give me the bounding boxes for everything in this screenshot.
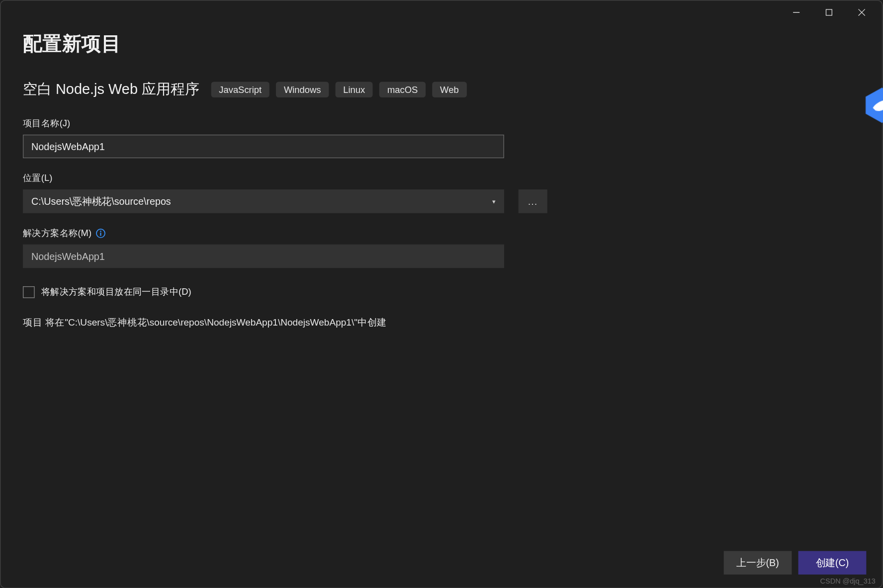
tag-windows: Windows <box>276 82 329 97</box>
location-dropdown[interactable]: C:\Users\恶神桃花\source\repos ▾ <box>23 189 504 213</box>
template-name: 空白 Node.js Web 应用程序 <box>23 80 199 99</box>
svg-point-5 <box>100 231 101 232</box>
project-name-input[interactable] <box>23 135 504 158</box>
tag-list: JavaScript Windows Linux macOS Web <box>211 82 466 97</box>
minimize-button[interactable] <box>781 2 811 22</box>
titlebar <box>0 0 882 24</box>
solution-name-label-row: 解决方案名称(M) <box>23 228 860 240</box>
browse-button[interactable]: ... <box>519 189 547 213</box>
tag-web: Web <box>432 82 466 97</box>
project-name-label: 项目名称(J) <box>23 118 860 130</box>
location-value: C:\Users\恶神桃花\source\repos <box>31 195 171 208</box>
tag-macos: macOS <box>379 82 426 97</box>
create-button[interactable]: 创建(C) <box>798 551 867 575</box>
creation-summary: 项目 将在"C:\Users\恶神桃花\source\repos\NodejsW… <box>23 316 860 329</box>
solution-name-group: 解决方案名称(M) NodejsWebApp1 <box>23 228 860 268</box>
close-button[interactable] <box>847 2 877 22</box>
project-name-group: 项目名称(J) <box>23 118 860 159</box>
maximize-button[interactable] <box>814 2 844 22</box>
solution-name-value: NodejsWebApp1 <box>31 251 105 261</box>
svg-rect-1 <box>826 9 832 15</box>
location-group: 位置(L) C:\Users\恶神桃花\source\repos ▾ ... <box>23 172 860 213</box>
tag-javascript: JavaScript <box>211 82 269 97</box>
subtitle-row: 空白 Node.js Web 应用程序 JavaScript Windows L… <box>23 80 860 99</box>
info-icon[interactable] <box>95 228 106 239</box>
same-directory-checkbox[interactable] <box>23 286 35 298</box>
watermark: CSDN @djq_313 <box>820 577 876 585</box>
content-area: 配置新项目 空白 Node.js Web 应用程序 JavaScript Win… <box>0 24 882 588</box>
bird-badge-icon[interactable] <box>862 85 883 125</box>
chevron-down-icon: ▾ <box>492 198 496 205</box>
solution-name-input[interactable]: NodejsWebApp1 <box>23 245 504 268</box>
same-directory-row: 将解决方案和项目放在同一目录中(D) <box>23 286 860 298</box>
back-button[interactable]: 上一步(B) <box>724 551 792 575</box>
footer-buttons: 上一步(B) 创建(C) <box>724 551 867 575</box>
dialog-window: 配置新项目 空白 Node.js Web 应用程序 JavaScript Win… <box>0 0 883 588</box>
solution-name-label: 解决方案名称(M) <box>23 228 91 240</box>
location-label: 位置(L) <box>23 172 860 184</box>
page-title: 配置新项目 <box>23 31 860 58</box>
same-directory-label: 将解决方案和项目放在同一目录中(D) <box>41 286 191 298</box>
tag-linux: Linux <box>336 82 373 97</box>
svg-rect-6 <box>100 233 101 236</box>
